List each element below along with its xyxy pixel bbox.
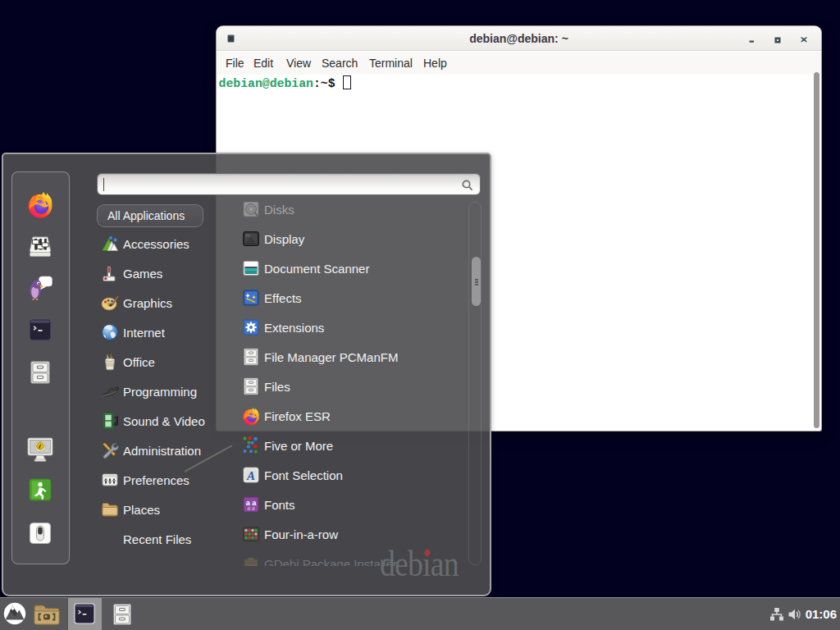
svg-text:a a: a a (247, 504, 255, 512)
svg-text:A: A (246, 469, 255, 482)
